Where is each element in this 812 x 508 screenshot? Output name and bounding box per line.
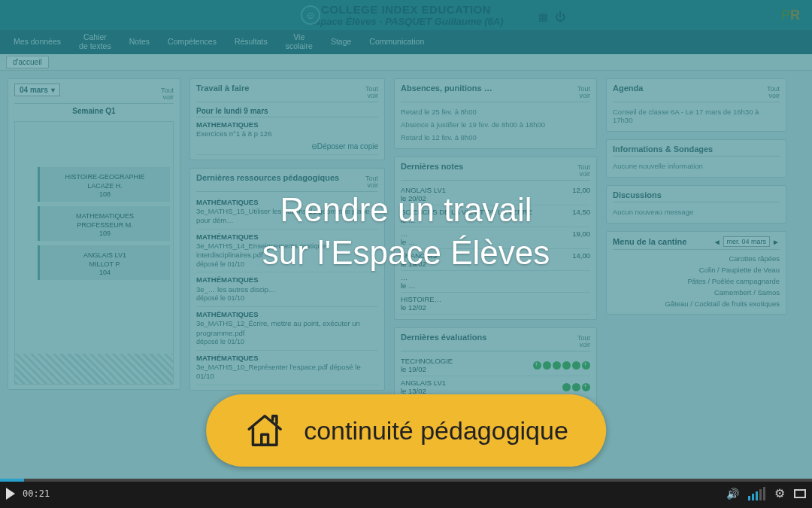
absences-title: Absences, punitions … [401,84,492,93]
nav-vie-scolaire[interactable]: Vie scolaire [278,30,320,53]
volume-icon[interactable]: 🔊 [726,488,739,500]
breadcrumb-tab[interactable]: d'accueil [6,56,49,68]
video-time: 00:21 [23,488,50,499]
week-label: Semaine Q1 [14,107,174,115]
nav-competences[interactable]: Compétences [160,35,224,50]
timetable-tout-voir[interactable]: Tout voir [161,87,174,101]
travail-desc: Exercices n°1 à 8 p 126 [196,129,378,138]
absence-row[interactable]: Absence à justifier le 19 fev. de 8h00 à… [401,118,590,131]
video-progress-fill [0,479,24,482]
agenda-title: Agenda [613,84,643,93]
svg-rect-0 [262,434,268,445]
video-title-overlay: Rendre un travail sur l'Espace Élèves [0,188,812,274]
evals-tout-voir[interactable]: Tout voir [577,335,590,348]
absence-row[interactable]: Retard le 12 fev. à 8h00 [401,131,590,144]
travail-title: Travail à faire [196,84,249,93]
agenda-item[interactable]: Conseil de classe 6A - Le 17 mars de 16h… [613,105,780,126]
settings-icon[interactable]: ⚙ [774,486,785,500]
topbar: ☺ COLLEGE INDEX EDUCATION Espace Élèves … [0,0,812,30]
nav-stage[interactable]: Stage [323,35,359,50]
eval-row[interactable]: TECHNOLOGIEle 19/02 [401,354,590,376]
nav-communication[interactable]: Communication [362,35,432,50]
main-navbar: Mes données Cahier de textes Notes Compé… [0,30,812,54]
ressources-title: Dernières ressources pédagogiques [196,173,339,182]
resource-item[interactable]: MATHÉMATIQUES 3e_MATHS_12_Écrire, mettre… [196,307,378,351]
notes-tout-voir[interactable]: Tout voir [577,164,590,178]
infos-text: Aucune nouvelle information [613,160,780,172]
note-row[interactable]: HISTOIRE…le 12/02 [401,293,590,315]
absence-row[interactable]: Retard le 25 fev. à 8h00 [401,105,590,118]
power-icon[interactable]: ⏻ [555,11,565,23]
cantine-item: Camembert / Samos [613,287,780,298]
house-icon [244,409,286,452]
evals-title: Dernières évaluations [401,333,486,342]
timetable-empty-slot [15,354,173,384]
play-button-icon[interactable] [6,488,15,500]
nav-notes[interactable]: Notes [122,35,157,50]
video-controls: 00:21 🔊 ⚙ [0,479,812,508]
brand-logo: PR [781,8,800,23]
avatar-icon[interactable]: ☺ [301,5,320,25]
resource-item[interactable]: MATHÉMATIQUES 3e_… les autres discip… dé… [196,272,378,306]
agenda-panel: Agenda Tout voir Conseil de classe 6A - … [606,78,786,132]
calendar-icon: ▾ [51,86,55,94]
absences-tout-voir[interactable]: Tout voir [577,86,590,99]
nav-cahier-textes[interactable]: Cahier de textes [71,30,119,53]
ressources-tout-voir[interactable]: Tout voir [365,175,378,189]
deposer-copie-link[interactable]: Déposer ma copie [196,141,378,151]
resource-item[interactable]: MATHÉMATIQUES 3e_MATHS_10_Représenter l'… [196,351,378,385]
continuite-pill: continuité pédagogique [206,394,606,467]
video-progress-bar[interactable] [0,479,812,482]
cantine-item: Gâteau / Cocktail de fruits exotiques [613,298,780,309]
infos-title: Informations & Sondages [613,144,713,154]
notes-title: Dernières notes [401,162,463,171]
date-picker[interactable]: 04 mars ▾ [14,84,60,96]
absences-panel: Absences, punitions … Tout voir Retard l… [394,78,597,149]
breadcrumb: d'accueil [0,54,812,71]
volume-bars[interactable] [748,487,765,500]
travail-date: Pour le lundi 9 mars [196,105,378,117]
pill-text: continuité pédagogique [304,416,568,446]
cantine-item: Pâtes / Poêlée campagnarde [613,275,780,287]
travail-panel: Travail à faire Tout voir Pour le lundi … [189,78,385,160]
fullscreen-icon[interactable] [794,489,806,498]
school-name: COLLEGE INDEX EDUCATION [308,3,503,16]
infos-panel: Informations & Sondages Aucune nouvelle … [606,139,786,178]
travail-tout-voir[interactable]: Tout voir [365,86,378,99]
nav-mes-donnees[interactable]: Mes données [6,35,68,50]
agenda-tout-voir[interactable]: Tout voir [767,86,780,99]
nav-resultats[interactable]: Résultats [227,35,275,50]
qr-icon[interactable]: ▦ [538,11,549,21]
espace-subtitle: Espace Élèves - PASQUET Guillaume (6A) [308,16,503,27]
travail-subject: MATHEMATIQUES [196,120,378,129]
